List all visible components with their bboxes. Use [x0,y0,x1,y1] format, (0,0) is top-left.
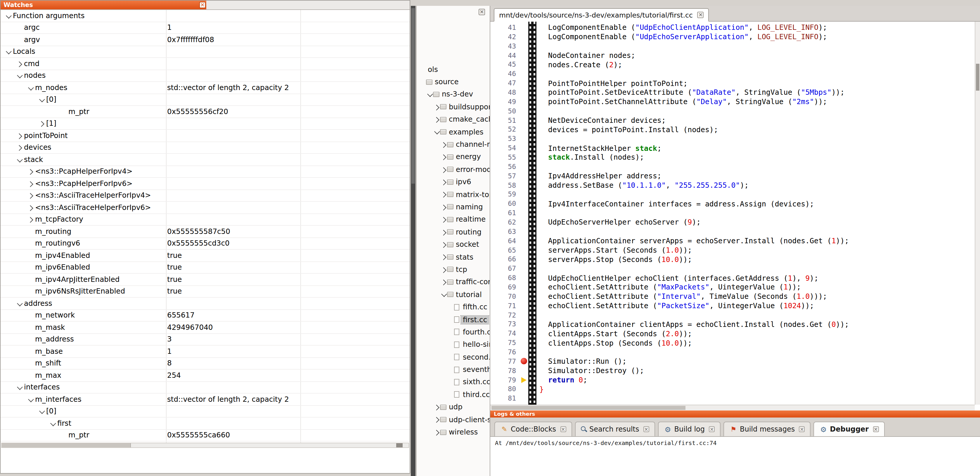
watch-row[interactable]: m_ptr0x55555556cf20 [1,106,410,118]
watch-row[interactable]: <ns3::AsciiTraceHelperForIpv6> [1,202,410,214]
logs-panel-title[interactable]: Logs & others [490,411,980,417]
logs-tab-search-results[interactable]: Search results× [575,422,655,436]
marker-margin[interactable] [520,358,528,364]
line-number[interactable]: 72 [490,311,520,319]
watch-row[interactable]: m_base1 [1,346,410,358]
watch-row[interactable]: m_max254 [1,370,410,382]
watch-row[interactable]: cmd [1,58,410,70]
chevron-down-icon[interactable] [15,385,24,389]
chevron-right-icon[interactable] [440,155,447,159]
line-number[interactable]: 41 [490,23,520,32]
line-number[interactable]: 78 [490,366,520,375]
chevron-right-icon[interactable] [440,243,447,246]
marker-margin[interactable] [520,377,528,383]
line-number[interactable]: 77 [490,357,520,366]
line-number[interactable]: 74 [490,329,520,338]
chevron-right-icon[interactable] [26,217,35,221]
chevron-right-icon[interactable] [440,168,447,171]
watch-row[interactable]: m_ptr0x5555555ca660 [1,430,410,441]
line-number[interactable]: 49 [490,97,520,106]
tree-item[interactable]: fifth.cc [417,301,490,313]
chevron-right-icon[interactable] [440,268,447,272]
watch-row[interactable]: m_address3 [1,334,410,346]
chevron-right-icon[interactable] [433,118,440,121]
watch-row[interactable]: stack [1,154,410,166]
line-number[interactable]: 54 [490,144,520,152]
tree-item[interactable]: udp-client-ser [417,414,490,426]
close-icon[interactable]: × [697,12,704,18]
watch-row[interactable]: m_ipv4Enabledtrue [1,250,410,262]
close-icon[interactable]: × [643,426,649,432]
line-number[interactable]: 58 [490,181,520,189]
chevron-right-icon[interactable] [440,230,447,234]
watch-row[interactable]: argc1 [1,22,410,34]
tree-item[interactable]: ns-3-dev [417,88,490,101]
tree-item[interactable]: matrix-topol [417,188,490,201]
tree-item[interactable]: examples [417,126,490,138]
watches-titlebar[interactable]: Watches × [1,1,410,10]
line-number[interactable]: 70 [490,292,520,300]
chevron-right-icon[interactable] [433,418,440,422]
watch-row[interactable]: address [1,298,410,310]
watch-row[interactable]: m_ipv4ArpJitterEnabledtrue [1,274,410,286]
line-number[interactable]: 80 [490,385,520,393]
code-area[interactable]: 41 LogComponentEnable ("UdpEchoClientApp… [490,23,975,405]
line-number[interactable]: 51 [490,116,520,124]
editor-horizontal-scrollbar[interactable] [490,405,975,411]
watch-row[interactable]: m_shift8 [1,358,410,370]
watch-row[interactable]: interfaces [1,382,410,393]
tree-item[interactable]: source [417,76,490,88]
tree-item[interactable]: second.cc [417,351,490,363]
tree-item[interactable]: stats [417,251,490,264]
watch-row[interactable]: m_routing0x555555587c50 [1,226,410,238]
watch-row[interactable]: Locals [1,46,410,58]
line-number[interactable]: 67 [490,265,520,273]
tree-item[interactable]: hello-simul [417,338,490,351]
close-icon[interactable]: × [873,426,878,432]
chevron-right-icon[interactable] [440,193,447,196]
chevron-right-icon[interactable] [440,280,447,284]
breakpoint-icon[interactable] [521,358,527,364]
line-number[interactable]: 53 [490,134,520,143]
line-number[interactable]: 46 [490,70,520,78]
panel-scrollbar[interactable] [411,6,415,476]
close-icon[interactable]: × [199,2,206,8]
tree-item[interactable]: routing [417,226,490,238]
watch-row[interactable]: [0] [1,94,410,106]
editor-tab-first.cc[interactable]: mnt/dev/tools/source/ns-3-dev/examples/t… [494,8,709,22]
logs-tab-debugger[interactable]: ⚙Debugger× [813,422,885,436]
close-icon[interactable]: × [479,9,485,15]
line-number[interactable]: 75 [490,339,520,347]
line-number[interactable]: 45 [490,61,520,69]
tree-item[interactable]: ols [417,63,490,76]
chevron-right-icon[interactable] [433,430,440,434]
tree-item[interactable]: error-model [417,163,490,176]
tree-item[interactable]: udp [417,401,490,414]
tree-item[interactable]: third.cc [417,388,490,401]
tree-item[interactable]: wireless [417,426,490,439]
scrollbar-thumb[interactable] [2,443,131,447]
tree-item[interactable]: realtime [417,213,490,226]
chevron-right-icon[interactable] [440,180,447,184]
close-icon[interactable]: × [560,426,566,432]
line-number[interactable]: 61 [490,209,520,217]
chevron-right-icon[interactable] [15,62,24,65]
watch-row[interactable]: m_ipv6NsRsJitterEnabledtrue [1,286,410,298]
line-number[interactable]: 62 [490,218,520,226]
line-number[interactable]: 60 [490,200,520,208]
chevron-right-icon[interactable] [433,405,440,409]
line-number[interactable]: 68 [490,274,520,282]
watch-row[interactable]: first [1,417,410,430]
line-number[interactable]: 81 [490,395,520,403]
chevron-right-icon[interactable] [37,121,46,125]
chevron-right-icon[interactable] [26,206,35,209]
tree-item[interactable]: energy [417,150,490,163]
tree-item[interactable]: channel-mod [417,138,490,151]
line-number[interactable]: 69 [490,283,520,291]
chevron-right-icon[interactable] [433,105,440,109]
line-number[interactable]: 64 [490,236,520,245]
chevron-down-icon[interactable] [433,130,440,134]
line-number[interactable]: 42 [490,33,520,41]
logs-tab-code-blocks[interactable]: ✎Code::Blocks× [495,422,572,436]
scrollbar-thumb[interactable] [411,8,415,184]
